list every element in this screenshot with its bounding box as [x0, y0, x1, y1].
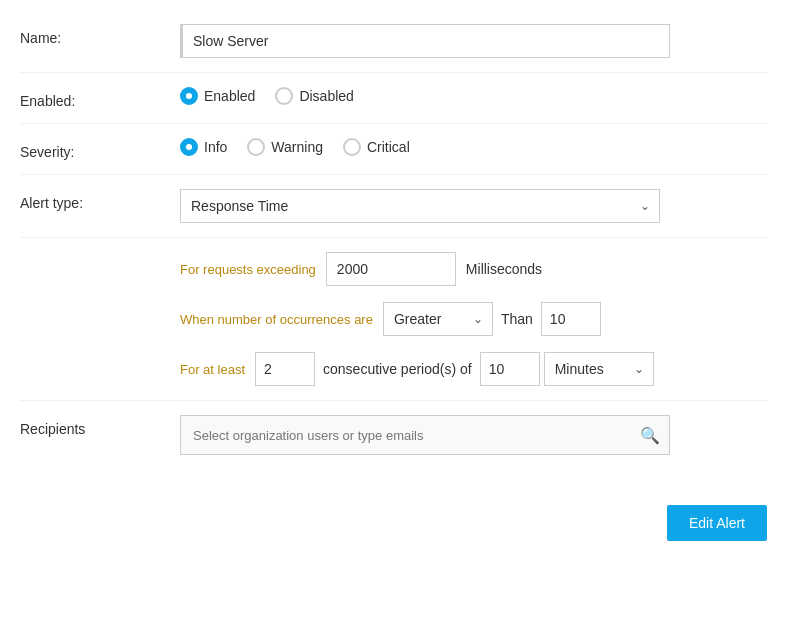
milliseconds-label: Milliseconds — [466, 261, 542, 277]
than-input[interactable] — [541, 302, 601, 336]
critical-radio-label: Critical — [367, 139, 410, 155]
info-radio-button[interactable] — [180, 138, 198, 156]
edit-alert-button[interactable]: Edit Alert — [667, 505, 767, 541]
name-label: Name: — [20, 24, 180, 46]
sub-fields-content: For requests exceeding Milliseconds When… — [180, 252, 767, 386]
greater-select-wrapper: Greater Less Equal ⌄ — [383, 302, 493, 336]
recipients-label: Recipients — [20, 415, 180, 437]
sub-fields-row: For requests exceeding Milliseconds When… — [20, 238, 767, 401]
alert-type-content: Response Time Error Rate Apdex ⌄ — [180, 189, 767, 223]
greater-select[interactable]: Greater Less Equal — [383, 302, 493, 336]
info-radio-label: Info — [204, 139, 227, 155]
consecutive-label: consecutive period(s) of — [323, 361, 472, 377]
info-radio-option[interactable]: Info — [180, 138, 227, 156]
alert-type-label: Alert type: — [20, 189, 180, 211]
recipients-row: Recipients 🔍 — [20, 401, 767, 469]
enabled-radio-group: Enabled Disabled — [180, 87, 767, 105]
at-least-label: For at least — [180, 362, 245, 377]
disabled-radio-option[interactable]: Disabled — [275, 87, 353, 105]
sub-row-2: When number of occurrences are Greater L… — [180, 302, 767, 336]
exceeding-input[interactable] — [326, 252, 456, 286]
alert-type-select-wrapper: Response Time Error Rate Apdex ⌄ — [180, 189, 660, 223]
warning-radio-option[interactable]: Warning — [247, 138, 323, 156]
recipients-input[interactable] — [180, 415, 670, 455]
name-input[interactable] — [180, 24, 670, 58]
critical-radio-option[interactable]: Critical — [343, 138, 410, 156]
recipients-input-wrapper: 🔍 — [180, 415, 670, 455]
enabled-label: Enabled: — [20, 87, 180, 109]
disabled-radio-button[interactable] — [275, 87, 293, 105]
at-least-input[interactable] — [255, 352, 315, 386]
than-label: Than — [501, 311, 533, 327]
button-row: Edit Alert — [0, 489, 787, 551]
severity-row: Severity: Info Warning Critical — [20, 124, 767, 175]
search-icon: 🔍 — [640, 426, 660, 445]
severity-label: Severity: — [20, 138, 180, 160]
warning-radio-button[interactable] — [247, 138, 265, 156]
sub-row-3: For at least consecutive period(s) of Mi… — [180, 352, 767, 386]
period-select-wrapper: Minutes Hours Seconds ⌄ — [544, 352, 654, 386]
enabled-radio-option[interactable]: Enabled — [180, 87, 255, 105]
alert-type-row: Alert type: Response Time Error Rate Apd… — [20, 175, 767, 238]
name-content — [180, 24, 767, 58]
sub-row-1: For requests exceeding Milliseconds — [180, 252, 767, 286]
critical-radio-button[interactable] — [343, 138, 361, 156]
period-select[interactable]: Minutes Hours Seconds — [544, 352, 654, 386]
form-container: Name: Enabled: Enabled Disabled Severity… — [0, 0, 787, 489]
exceeding-label: For requests exceeding — [180, 262, 316, 277]
enabled-radio-button[interactable] — [180, 87, 198, 105]
enabled-row: Enabled: Enabled Disabled — [20, 73, 767, 124]
alert-type-select[interactable]: Response Time Error Rate Apdex — [180, 189, 660, 223]
warning-radio-label: Warning — [271, 139, 323, 155]
period-input[interactable] — [480, 352, 540, 386]
sub-fields-spacer — [20, 252, 180, 258]
enabled-radio-label: Enabled — [204, 88, 255, 104]
disabled-radio-label: Disabled — [299, 88, 353, 104]
name-row: Name: — [20, 10, 767, 73]
occurrences-label: When number of occurrences are — [180, 312, 373, 327]
severity-radio-group: Info Warning Critical — [180, 138, 767, 156]
recipients-content: 🔍 — [180, 415, 767, 455]
